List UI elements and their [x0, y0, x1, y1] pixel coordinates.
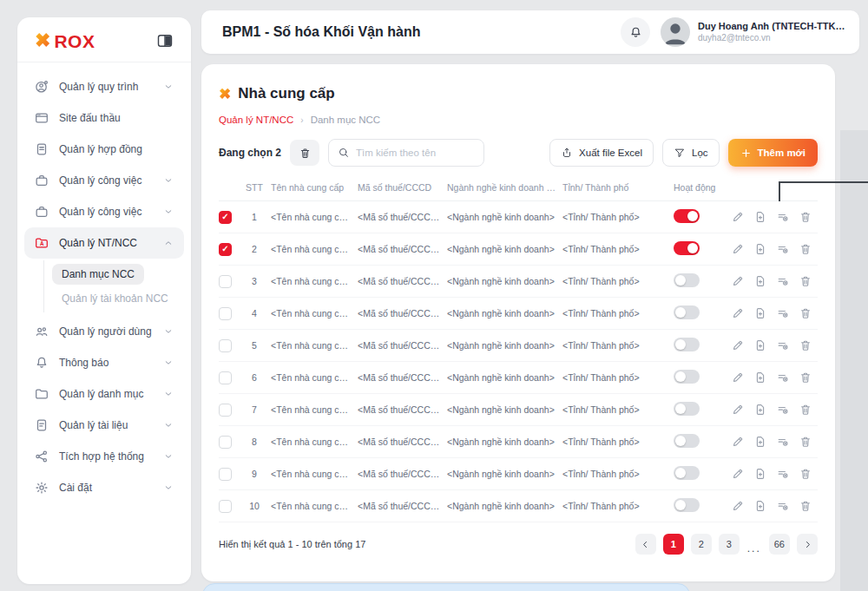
- file-plus-icon[interactable]: [753, 499, 767, 513]
- active-toggle[interactable]: [674, 338, 700, 351]
- sidebar-item[interactable]: Quản lý người dùng: [24, 316, 184, 347]
- active-toggle[interactable]: [674, 402, 700, 416]
- cell-tax-code: <Mã số thuế/CCCD>: [358, 244, 447, 254]
- edit-icon[interactable]: [731, 338, 745, 352]
- sidebar-item[interactable]: Quản lý quy trình: [24, 71, 184, 102]
- list-gear-icon[interactable]: [776, 242, 790, 256]
- file-plus-icon[interactable]: [753, 371, 767, 384]
- sidebar-item[interactable]: AQuản lý NT/NCC: [24, 227, 184, 259]
- pagination-next-button[interactable]: [797, 534, 818, 555]
- sidebar-item[interactable]: Quản lý tài liệu: [24, 410, 184, 441]
- filter-button[interactable]: Lọc: [662, 139, 720, 167]
- active-toggle[interactable]: [674, 466, 700, 480]
- list-gear-icon[interactable]: [776, 435, 790, 449]
- file-plus-icon[interactable]: [753, 403, 767, 417]
- file-plus-icon[interactable]: [753, 306, 767, 320]
- row-checkbox[interactable]: [219, 307, 232, 320]
- bulk-delete-button[interactable]: [290, 140, 319, 166]
- trash-icon[interactable]: [799, 435, 812, 449]
- active-toggle[interactable]: [674, 370, 700, 384]
- trash-icon[interactable]: [799, 403, 812, 417]
- trash-icon[interactable]: [799, 371, 812, 384]
- row-checkbox[interactable]: [219, 468, 232, 481]
- breadcrumb-link[interactable]: Quản lý NT/NCC: [219, 115, 293, 125]
- file-plus-icon[interactable]: [753, 338, 767, 352]
- trash-icon[interactable]: [799, 306, 812, 320]
- active-toggle[interactable]: [674, 434, 700, 448]
- sidebar-item[interactable]: Tích hợp hệ thống: [24, 441, 184, 472]
- list-gear-icon[interactable]: [776, 274, 790, 288]
- sidebar-item[interactable]: Thông báo: [24, 347, 184, 378]
- trash-icon[interactable]: [799, 499, 812, 513]
- sidebar-item[interactable]: Cài đặt: [24, 472, 184, 503]
- list-gear-icon[interactable]: [776, 306, 790, 320]
- row-checkbox[interactable]: [219, 211, 232, 224]
- edit-icon[interactable]: [731, 242, 745, 256]
- trash-icon[interactable]: [799, 210, 812, 224]
- edit-icon[interactable]: [731, 403, 745, 417]
- column-header-tax: Mã số thuế/CCCD: [358, 182, 447, 193]
- list-gear-icon[interactable]: [776, 371, 790, 384]
- active-toggle[interactable]: [674, 305, 700, 319]
- active-toggle[interactable]: [674, 241, 700, 255]
- search-input[interactable]: [356, 148, 475, 158]
- file-plus-icon[interactable]: [753, 210, 767, 224]
- sidebar-item[interactable]: Quản lý công việc: [24, 165, 184, 196]
- panel-toggle-icon[interactable]: [156, 32, 174, 49]
- table-toolbar: Đang chọn 2 Xuất file Excel Lọc Thêm mới: [219, 139, 818, 167]
- list-gear-icon[interactable]: [776, 210, 790, 224]
- cell-industry: <Ngành nghề kinh doanh>: [447, 244, 562, 254]
- briefcase-icon: [34, 173, 49, 188]
- active-toggle[interactable]: [674, 273, 700, 287]
- cell-tax-code: <Mã số thuế/CCCD>: [358, 501, 447, 511]
- export-excel-button[interactable]: Xuất file Excel: [549, 139, 654, 167]
- edit-icon[interactable]: [731, 274, 745, 288]
- add-new-button[interactable]: Thêm mới: [728, 139, 818, 167]
- file-plus-icon[interactable]: [753, 435, 767, 449]
- pagination-page-button[interactable]: 1: [663, 534, 684, 555]
- edit-icon[interactable]: [731, 499, 745, 513]
- file-plus-icon[interactable]: [753, 274, 767, 288]
- trash-icon[interactable]: [799, 242, 812, 256]
- list-gear-icon[interactable]: [776, 467, 790, 481]
- sidebar-item[interactable]: Quản lý danh mục: [24, 378, 184, 410]
- sidebar-item[interactable]: Quản lý công việc: [24, 196, 184, 227]
- chevron-up-icon: [162, 237, 174, 249]
- row-checkbox[interactable]: [219, 275, 232, 288]
- edit-icon[interactable]: [731, 467, 745, 481]
- pagination-page-button[interactable]: 66: [769, 534, 790, 555]
- row-checkbox[interactable]: [219, 243, 232, 256]
- chevron-down-icon: [162, 357, 174, 369]
- sidebar-item[interactable]: Site đấu thầu: [24, 102, 184, 134]
- row-checkbox[interactable]: [219, 371, 232, 384]
- row-checkbox[interactable]: [219, 404, 232, 417]
- pagination-prev-button[interactable]: [635, 534, 656, 555]
- file-plus-icon[interactable]: [753, 467, 767, 481]
- row-checkbox[interactable]: [219, 436, 232, 449]
- row-checkbox[interactable]: [219, 339, 232, 352]
- edit-icon[interactable]: [731, 435, 745, 449]
- active-toggle[interactable]: [674, 498, 700, 512]
- sidebar-subitem[interactable]: Danh mục NCC: [52, 264, 144, 285]
- edit-icon[interactable]: [731, 210, 745, 224]
- cell-stt: 4: [238, 308, 271, 318]
- list-gear-icon[interactable]: [776, 403, 790, 417]
- edit-icon[interactable]: [731, 306, 745, 320]
- list-gear-icon[interactable]: [776, 338, 790, 352]
- edit-icon[interactable]: [731, 371, 745, 384]
- cell-industry: <Ngành nghề kinh doanh>: [447, 308, 562, 318]
- pagination-page-button[interactable]: 3: [719, 534, 740, 555]
- pagination-page-button[interactable]: 2: [691, 534, 712, 555]
- notifications-button[interactable]: [621, 17, 650, 47]
- trash-icon[interactable]: [799, 467, 812, 481]
- trash-icon[interactable]: [799, 338, 812, 352]
- file-plus-icon[interactable]: [753, 242, 767, 256]
- pagination: 123...66: [635, 534, 818, 555]
- sidebar-item[interactable]: Quản lý hợp đồng: [24, 134, 184, 165]
- user-menu[interactable]: Duy Hoang Anh (TNTECH-TTKD TKT... duyha2…: [661, 17, 847, 47]
- list-gear-icon[interactable]: [776, 499, 790, 513]
- trash-icon[interactable]: [799, 274, 812, 288]
- row-checkbox[interactable]: [219, 500, 232, 513]
- sidebar-subitem[interactable]: Quản lý tài khoản NCC: [52, 288, 178, 309]
- active-toggle[interactable]: [674, 209, 700, 223]
